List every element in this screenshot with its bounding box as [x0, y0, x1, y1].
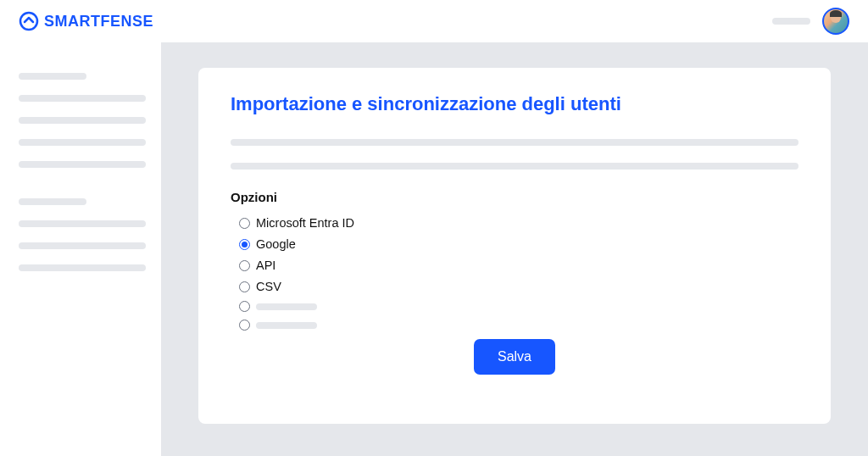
radio-button[interactable] — [239, 218, 250, 229]
radio-button[interactable] — [239, 301, 250, 312]
sidebar-item[interactable] — [19, 73, 86, 80]
card-title: Importazione e sincronizzazione degli ut… — [231, 93, 798, 115]
logo[interactable]: SMARTFENSE — [19, 11, 153, 31]
svg-point-0 — [20, 13, 37, 30]
radio-option[interactable]: CSV — [239, 280, 798, 293]
radio-button[interactable] — [239, 281, 250, 292]
radio-option[interactable] — [239, 320, 798, 331]
radio-button[interactable] — [239, 239, 250, 250]
brand-icon — [19, 11, 39, 31]
brand-name: SMARTFENSE — [44, 13, 153, 31]
radio-option[interactable]: Google — [239, 237, 798, 251]
header-placeholder — [772, 18, 810, 25]
sidebar-item[interactable] — [19, 95, 146, 102]
sidebar-item[interactable] — [19, 117, 146, 124]
description-placeholder — [231, 139, 798, 146]
sidebar-item[interactable] — [19, 220, 146, 227]
radio-label: CSV — [256, 280, 281, 293]
radio-button[interactable] — [239, 320, 250, 331]
content-background: Importazione e sincronizzazione degli ut… — [161, 42, 868, 456]
header: SMARTFENSE — [0, 0, 868, 42]
radio-option[interactable] — [239, 301, 798, 312]
settings-card: Importazione e sincronizzazione degli ut… — [198, 68, 831, 424]
radio-label-placeholder — [256, 322, 317, 329]
options-list: Microsoft Entra IDGoogleAPICSV — [231, 216, 798, 331]
radio-label: Microsoft Entra ID — [256, 216, 354, 230]
header-right — [772, 8, 849, 35]
sidebar-item[interactable] — [19, 161, 146, 168]
save-button[interactable]: Salva — [474, 339, 555, 375]
sidebar-item[interactable] — [19, 264, 146, 271]
radio-option[interactable]: Microsoft Entra ID — [239, 216, 798, 230]
sidebar-item[interactable] — [19, 139, 146, 146]
radio-label-placeholder — [256, 303, 317, 310]
sidebar-item[interactable] — [19, 198, 86, 205]
sidebar-item[interactable] — [19, 242, 146, 249]
main-area: Importazione e sincronizzazione degli ut… — [0, 42, 868, 456]
sidebar-group — [19, 73, 142, 168]
options-label: Opzioni — [231, 190, 798, 204]
description-placeholder — [231, 163, 798, 170]
sidebar — [0, 42, 161, 456]
radio-label: Google — [256, 237, 296, 251]
radio-option[interactable]: API — [239, 259, 798, 272]
radio-label: API — [256, 259, 275, 272]
radio-button[interactable] — [239, 260, 250, 271]
avatar[interactable] — [822, 8, 849, 35]
sidebar-group — [19, 198, 142, 271]
button-row: Salva — [231, 339, 798, 375]
